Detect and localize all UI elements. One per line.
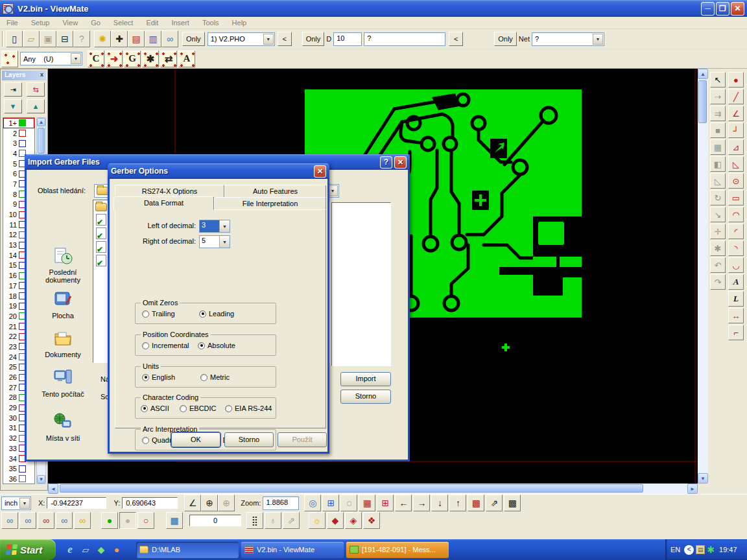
chevron-down-icon[interactable]: ▼ (71, 53, 81, 64)
pan-left-icon[interactable]: ← (395, 495, 412, 511)
grid-dots-icon[interactable]: ⣿ (246, 512, 263, 529)
pad-rotate-icon[interactable]: ◈ (345, 512, 362, 529)
clock[interactable]: 19:47 (719, 546, 737, 554)
radio-selected-icon[interactable] (199, 310, 206, 318)
tile-windows-icon[interactable]: ▦ (166, 512, 183, 529)
net-combo[interactable]: ? ▼ (532, 32, 604, 46)
prev-dcode-button[interactable]: < (449, 32, 463, 46)
radio-icon[interactable] (225, 405, 232, 412)
flash-mode-icon[interactable]: ☼ (309, 512, 326, 529)
layer-row[interactable]: 36 (3, 474, 34, 484)
import-button[interactable]: Import (340, 372, 391, 386)
folder-qlaunch-icon[interactable]: ▱ (79, 543, 92, 556)
film-dcode-icon[interactable]: ▤ (128, 30, 145, 47)
radio-icon[interactable] (142, 342, 149, 349)
zoom-input[interactable]: 1.8868 (263, 496, 299, 510)
tray-expand-icon[interactable]: < (684, 545, 694, 555)
dcode-input[interactable]: 10 (333, 32, 362, 46)
ruler-view-icon[interactable]: ∞ (161, 30, 178, 47)
radio-selected-icon[interactable] (141, 405, 148, 412)
layer-table-icon[interactable]: ⇆ (27, 82, 45, 97)
view-draw-icon[interactable]: ∞ (56, 512, 73, 529)
right-of-decimal-combo[interactable]: 5 ▼ (199, 235, 230, 248)
only-dcode-button[interactable]: Only (302, 32, 325, 46)
bulb-outline-icon[interactable]: ○ (137, 512, 154, 529)
chevron-down-icon[interactable]: ▼ (593, 34, 603, 45)
close-icon[interactable]: x (40, 71, 43, 80)
restore-button[interactable]: ❒ (716, 2, 729, 16)
pan-down-icon[interactable]: ↓ (431, 495, 448, 511)
radio-absolute[interactable]: Absolute (198, 342, 235, 349)
bend-tool-icon[interactable]: ⌐ (728, 325, 744, 340)
arc-chord-tool-icon[interactable]: ◠ (728, 207, 744, 222)
film-grid-icon[interactable]: ▦ (359, 495, 375, 511)
flash-button[interactable]: ✱ (142, 51, 159, 67)
tray-icq-icon[interactable]: ✱ (707, 544, 715, 555)
layer-color-swatch[interactable] (19, 130, 26, 137)
scroll-up-icon[interactable]: ▲ (37, 118, 45, 126)
firefox-icon[interactable]: ● (110, 543, 123, 556)
aperture-grid-icon[interactable] (1, 51, 18, 67)
vscroll-thumb[interactable] (698, 80, 707, 123)
chevron-down-icon[interactable]: ▼ (263, 34, 274, 45)
scroll-left-icon[interactable]: ◄ (48, 484, 58, 494)
radio-trailing[interactable]: Trailing (142, 310, 175, 318)
layer-row[interactable]: 3 (3, 138, 34, 148)
minimize-button[interactable]: ─ (701, 2, 715, 16)
radio-english[interactable]: English (142, 373, 175, 381)
radio-leading[interactable]: Leading (199, 310, 234, 318)
polyline-tool-icon[interactable]: ∠ (728, 106, 744, 121)
dcode-g-button[interactable]: G (124, 51, 141, 67)
origin-icon[interactable]: ⊕ (201, 495, 218, 511)
scroll-up-icon[interactable]: ▲ (698, 69, 708, 79)
gerber-file-icon[interactable] (96, 214, 106, 226)
hscroll-thumb[interactable] (60, 484, 643, 493)
menu-select[interactable]: Select (107, 18, 140, 28)
layer-color-swatch[interactable] (19, 119, 26, 126)
step-grid-icon[interactable]: ▩ (468, 495, 484, 511)
open-file-icon[interactable]: ▱ (23, 30, 40, 47)
dcode-filter-combo[interactable]: Any (U) ▼ (20, 52, 82, 65)
only-net-button[interactable]: Only (494, 32, 517, 46)
dcode-c-button[interactable]: C (88, 51, 104, 67)
arc-ccw-tool-icon[interactable]: ◜ (728, 224, 744, 239)
arc-cw-tool-icon[interactable]: ◝ (728, 240, 744, 256)
menu-view[interactable]: View (56, 18, 84, 28)
highlight-flash-icon[interactable]: ✺ (94, 30, 111, 47)
help-icon[interactable]: ? (380, 156, 392, 169)
measure-diagonal-icon[interactable]: ⇗ (486, 495, 503, 511)
title-bar[interactable]: V2.bin - ViewMate ─❒✕ (0, 0, 747, 17)
tab-file-interpretation[interactable]: File Interpretation (214, 197, 326, 210)
radio-eia-rs-244[interactable]: EIA RS-244 (225, 404, 272, 412)
view-flash-icon[interactable]: ∞ (38, 512, 54, 529)
dcode-query-input[interactable]: ? (364, 32, 445, 46)
view-traces-icon[interactable]: ∞ (19, 512, 36, 529)
place-network-places[interactable]: Místa v síti (33, 412, 93, 442)
select-pointer-icon[interactable]: ↖ (710, 72, 726, 88)
angle-icon[interactable]: ∠ (184, 495, 201, 511)
gerber-file-icon[interactable] (96, 255, 106, 266)
tab-auto-features[interactable]: Auto Features (224, 185, 326, 198)
radio-incremental[interactable]: Incremental (142, 342, 189, 349)
layer-color-swatch[interactable] (19, 475, 26, 482)
tab-data-format[interactable]: Data Format (113, 196, 214, 210)
close-icon[interactable]: ✕ (394, 156, 407, 169)
chevron-down-icon[interactable]: ▼ (219, 236, 230, 248)
task-viewmate[interactable]: V2.bin - ViewMate (241, 542, 344, 558)
radio-icon[interactable] (200, 374, 208, 381)
layer-row[interactable]: 2 (3, 128, 34, 139)
prev-layer-button[interactable]: < (278, 32, 292, 46)
gerber-dialog-title-bar[interactable]: Gerber Options ✕ (108, 163, 329, 179)
menu-go[interactable]: Go (84, 18, 107, 28)
radio-icon[interactable] (180, 405, 187, 412)
dimension-tool-icon[interactable]: ↔ (728, 308, 744, 323)
layer-color-swatch[interactable] (19, 140, 26, 147)
menu-insert[interactable]: Insert (165, 18, 196, 28)
menu-edit[interactable]: Edit (139, 18, 165, 28)
red-grid-icon[interactable]: ⊞ (377, 495, 394, 511)
swap-dcode-button[interactable]: ⇄ (160, 51, 177, 67)
left-of-decimal-combo[interactable]: 3 ▼ (199, 220, 230, 233)
layer-up-icon[interactable]: ▲ (27, 99, 45, 113)
folder-icon[interactable] (95, 203, 107, 211)
view-sketch-icon[interactable]: ∞ (74, 512, 91, 529)
